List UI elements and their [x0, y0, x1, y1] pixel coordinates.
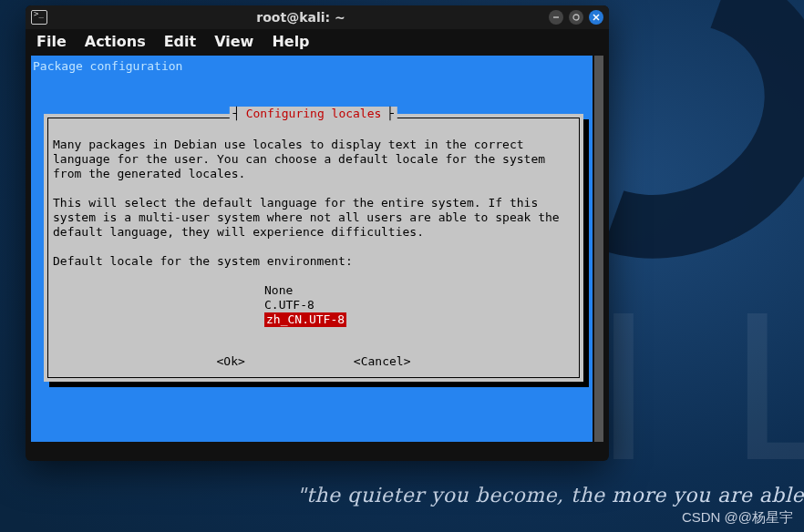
- dialog-prompt: Default locale for the system environmen…: [53, 254, 353, 268]
- svg-point-1: [573, 15, 579, 20]
- locale-option-none[interactable]: None: [264, 283, 574, 298]
- csdn-watermark: CSDN @@杨星宇: [682, 509, 793, 527]
- locale-option-list: NoneC.UTF-8zh_CN.UTF-8: [264, 283, 574, 327]
- menu-edit[interactable]: Edit: [164, 33, 197, 50]
- cancel-button[interactable]: <Cancel>: [354, 354, 411, 369]
- locale-option-cutf8[interactable]: C.UTF-8: [264, 298, 574, 312]
- maximize-button[interactable]: [569, 10, 583, 25]
- dialog-title: Configuring locales: [241, 107, 387, 121]
- menu-actions[interactable]: Actions: [85, 33, 146, 50]
- title-divider: ┤: [233, 107, 241, 121]
- terminal-scrollbar[interactable]: [594, 56, 603, 442]
- terminal-content: Package configuration ┤ Configuring loca…: [31, 56, 593, 442]
- window-titlebar[interactable]: root@kali: ~: [26, 5, 609, 29]
- terminal-body: Package configuration ┤ Configuring loca…: [26, 56, 609, 460]
- window-title: root@kali: ~: [53, 10, 549, 25]
- menu-file[interactable]: File: [36, 33, 67, 50]
- desktop-tagline: "the quieter you become, the more you ar…: [296, 484, 804, 506]
- scrollbar-thumb[interactable]: [594, 56, 603, 442]
- dialog-paragraph-1: Many packages in Debian use locales to d…: [53, 138, 552, 180]
- locale-option-zhcn[interactable]: zh_CN.UTF-8: [264, 312, 346, 327]
- menu-help[interactable]: Help: [272, 33, 309, 50]
- config-dialog: ┤ Configuring locales ├ Many packages in…: [44, 114, 583, 382]
- dialog-paragraph-2: This will select the default language fo…: [53, 196, 567, 239]
- ok-button[interactable]: <Ok>: [217, 354, 245, 369]
- menu-view[interactable]: View: [214, 33, 253, 50]
- menu-bar: File Actions Edit View Help: [26, 29, 609, 56]
- minimize-button[interactable]: [549, 10, 563, 25]
- terminal-icon: [31, 10, 47, 25]
- title-divider: ├: [387, 107, 394, 121]
- close-button[interactable]: [589, 10, 603, 25]
- package-config-header: Package configuration: [31, 59, 593, 74]
- terminal-window: root@kali: ~ File Actions Edit View Help…: [26, 5, 609, 461]
